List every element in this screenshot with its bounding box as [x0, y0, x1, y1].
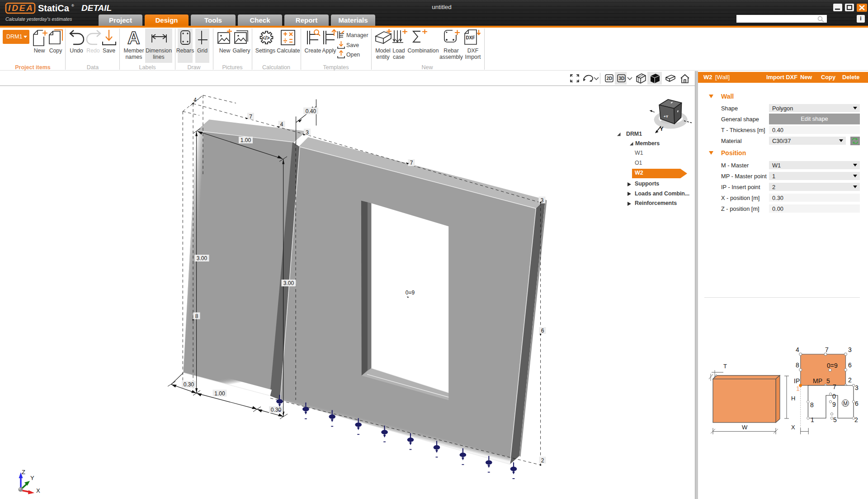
svg-text:3.00: 3.00 [283, 280, 294, 286]
svg-text:+Y: +Y [664, 114, 669, 119]
svg-text:1: 1 [811, 416, 814, 423]
svg-text:7: 7 [825, 346, 829, 353]
svg-text:5: 5 [826, 377, 830, 385]
svg-text:Y: Y [30, 475, 34, 481]
svg-text:W: W [742, 424, 748, 431]
svg-text:0.30: 0.30 [271, 407, 282, 413]
svg-text:2: 2 [541, 457, 544, 464]
svg-text:1.00: 1.00 [241, 137, 251, 143]
svg-text:Z: Z [22, 469, 25, 475]
svg-text:6: 6 [541, 328, 544, 334]
svg-text:MP: MP [813, 377, 822, 385]
svg-text:2: 2 [848, 376, 852, 384]
svg-text:8: 8 [796, 361, 799, 369]
svg-text:6: 6 [855, 400, 859, 407]
svg-text:0=9: 0=9 [406, 290, 415, 296]
svg-text:IP: IP [794, 377, 800, 385]
svg-text:8: 8 [195, 313, 198, 319]
svg-text:3: 3 [306, 129, 309, 136]
svg-text:3: 3 [855, 384, 859, 391]
svg-text:7: 7 [410, 160, 413, 166]
svg-text:X: X [36, 487, 40, 494]
svg-text:0=9: 0=9 [827, 362, 838, 369]
svg-text:T: T [723, 363, 727, 370]
svg-text:4: 4 [796, 346, 799, 353]
svg-text:4: 4 [280, 121, 283, 128]
svg-text:9: 9 [832, 401, 836, 408]
svg-text:M: M [843, 400, 848, 407]
svg-text:5: 5 [833, 416, 837, 423]
svg-text:7: 7 [249, 114, 252, 120]
svg-text:8: 8 [810, 401, 814, 409]
svg-text:2: 2 [854, 416, 858, 423]
svg-text:H: H [791, 395, 795, 402]
svg-text:3: 3 [848, 346, 852, 353]
svg-text:1: 1 [796, 385, 800, 392]
svg-text:0: 0 [832, 393, 836, 400]
svg-text:3.00: 3.00 [197, 255, 208, 261]
svg-text:0.40: 0.40 [306, 108, 316, 114]
svg-text:7: 7 [833, 383, 836, 390]
svg-text:Y: Y [660, 125, 664, 132]
svg-text:1.00: 1.00 [214, 390, 225, 397]
svg-text:6: 6 [848, 361, 852, 369]
svg-text:X: X [791, 424, 795, 431]
svg-text:0.30: 0.30 [184, 381, 194, 388]
